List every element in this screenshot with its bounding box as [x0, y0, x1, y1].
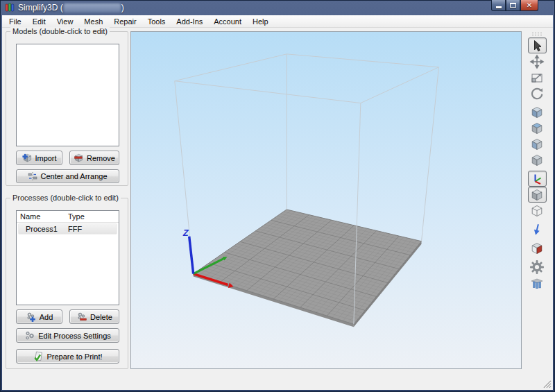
rotate-icon [529, 86, 545, 101]
menu-addins[interactable]: Add-Ins [171, 16, 208, 27]
maximize-button[interactable] [506, 0, 520, 11]
window-controls: ✕ [491, 0, 538, 11]
close-icon: ✕ [527, 2, 532, 9]
machine-settings-button[interactable] [528, 259, 547, 275]
models-list[interactable] [16, 44, 119, 146]
app-window: Simplify3D () ✕ File Edit View Mesh Repa… [0, 0, 555, 392]
import-button[interactable]: Import [16, 151, 62, 165]
delete-label: Delete [90, 313, 112, 321]
cross-section-cube-icon [529, 241, 545, 256]
view-cube-top-icon [529, 121, 545, 136]
z-axis-label: Z [182, 228, 189, 238]
titlebar[interactable]: Simplify3D () ✕ [0, 0, 555, 15]
resize-grip[interactable] [543, 380, 552, 389]
menubar: File Edit View Mesh Repair Tools Add-Ins… [2, 15, 553, 28]
3d-viewport[interactable]: Z [130, 31, 522, 369]
view-cube-side-icon [529, 153, 545, 168]
align-arrange-icon [28, 171, 37, 181]
minimize-button[interactable] [491, 0, 506, 11]
toolbar-handle[interactable] [531, 32, 543, 35]
remove-button[interactable]: Remove [69, 151, 119, 165]
arrow-down-icon [529, 222, 545, 237]
view-cube-iso-icon [529, 105, 545, 120]
add-process-button[interactable]: Add [16, 309, 62, 324]
menu-view[interactable]: View [51, 16, 79, 27]
processes-table-header: Name Type [17, 211, 119, 223]
prepare-to-print-label: Prepare to Print! [46, 352, 102, 361]
menu-help[interactable]: Help [247, 16, 274, 27]
wireframe-view-button[interactable] [528, 203, 547, 219]
support-structures-button[interactable] [528, 275, 547, 291]
process-type-cell: FFF [68, 225, 82, 233]
surface-normals-button[interactable] [528, 221, 547, 237]
right-toolbar [523, 31, 551, 386]
menu-file[interactable]: File [3, 16, 27, 27]
table-row[interactable]: Process1 FFF [18, 223, 117, 235]
rotate-tool-button[interactable] [528, 85, 547, 101]
gear-plus-icon [26, 312, 37, 323]
cross-section-button[interactable] [528, 240, 547, 256]
close-button[interactable]: ✕ [520, 0, 538, 11]
window-title: Simplify3D () [18, 3, 124, 12]
scale-icon [529, 70, 545, 85]
translate-tool-button[interactable] [528, 53, 547, 69]
column-header-name: Name [20, 212, 40, 221]
menu-mesh[interactable]: Mesh [78, 16, 108, 27]
supports-icon [529, 275, 545, 291]
center-arrange-label: Center and Arrange [40, 172, 107, 180]
import-label: Import [35, 154, 56, 162]
view-cube-front-icon [529, 137, 545, 152]
axes-icon [529, 171, 545, 187]
models-panel: Models (double-click to edit) Import [6, 31, 128, 186]
delete-process-button[interactable]: Delete [69, 309, 119, 324]
column-header-type: Type [68, 212, 85, 221]
select-tool-button[interactable] [528, 37, 547, 53]
processes-panel-title: Processes (double-click to edit) [10, 194, 121, 202]
menu-account[interactable]: Account [208, 16, 247, 27]
cube-plus-icon [22, 153, 32, 163]
view-default-button[interactable] [528, 104, 547, 120]
add-label: Add [40, 313, 53, 321]
menu-repair[interactable]: Repair [108, 16, 142, 27]
toggle-axes-button[interactable] [528, 171, 547, 187]
cube-minus-icon [74, 153, 84, 163]
cursor-icon [529, 38, 545, 53]
processes-table[interactable]: Name Type Process1 FFF [16, 210, 119, 305]
gear-icon [529, 259, 545, 275]
gear-minus-icon [76, 312, 87, 323]
edit-process-settings-button[interactable]: Edit Process Settings [16, 328, 119, 343]
scale-tool-button[interactable] [528, 69, 547, 85]
app-logo-icon [5, 3, 15, 12]
view-top-button[interactable] [528, 120, 547, 136]
wireframe-cube-icon [529, 203, 545, 219]
client-area: File Edit View Mesh Repair Tools Add-Ins… [2, 15, 553, 390]
solid-cube-icon [529, 187, 545, 203]
models-panel-title: Models (double-click to edit) [10, 27, 110, 35]
move-arrows-icon [529, 54, 545, 69]
center-arrange-button[interactable]: Center and Arrange [16, 169, 119, 183]
processes-panel: Processes (double-click to edit) Name Ty… [6, 198, 128, 369]
gears-icon [24, 330, 35, 341]
process-name-cell: Process1 [26, 225, 58, 233]
solid-view-button[interactable] [528, 187, 547, 203]
menu-edit[interactable]: Edit [27, 16, 51, 27]
minimize-icon [496, 6, 502, 8]
redacted-text [64, 3, 121, 12]
prepare-to-print-button[interactable]: Prepare to Print! [16, 349, 119, 364]
page-check-icon [33, 351, 44, 362]
view-side-button[interactable] [528, 152, 547, 168]
menu-tools[interactable]: Tools [142, 16, 171, 27]
view-front-button[interactable] [528, 136, 547, 152]
build-volume-scene: Z [131, 32, 521, 368]
edit-process-settings-label: Edit Process Settings [38, 332, 111, 340]
maximize-icon [510, 3, 516, 8]
remove-label: Remove [87, 154, 115, 162]
